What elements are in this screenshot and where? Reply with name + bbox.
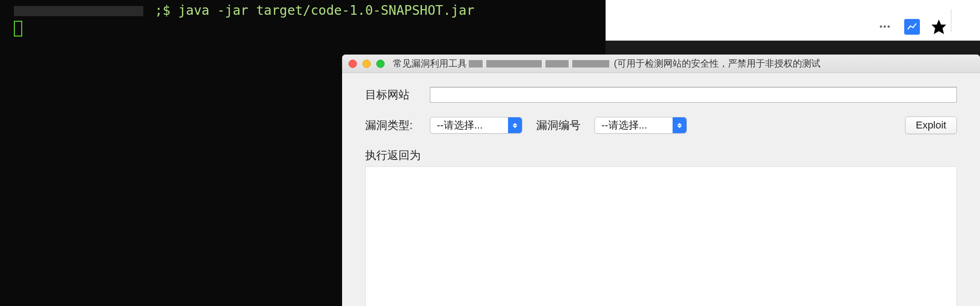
svg-marker-0 — [931, 19, 946, 34]
browser-toolbar-area — [606, 0, 980, 41]
target-label: 目标网站 — [365, 87, 416, 102]
extension-chart-icon[interactable] — [904, 19, 920, 35]
toolbar-divider — [951, 9, 951, 32]
window-title-suffix: (可用于检测网站的安全性，严禁用于非授权的测试 — [614, 57, 821, 70]
app-body: 目标网站 漏洞类型: --请选择... 漏洞编号 --请选择... Exploi… — [342, 73, 980, 306]
title-redact — [469, 60, 483, 67]
output-textarea[interactable] — [365, 166, 957, 306]
vuln-id-label: 漏洞编号 — [536, 118, 581, 133]
terminal-command: java -jar target/code-1.0-SNAPSHOT.jar — [178, 3, 474, 18]
close-icon[interactable] — [349, 60, 357, 68]
exploit-button[interactable]: Exploit — [905, 116, 957, 134]
vuln-type-selected: --请选择... — [430, 118, 508, 132]
app-window: 常见漏洞利用工具 (可用于检测网站的安全性，严禁用于非授权的测试 目标网站 漏洞… — [342, 55, 980, 306]
bookmark-star-icon[interactable] — [930, 18, 948, 36]
chevron-updown-icon — [673, 117, 686, 133]
vuln-id-selected: --请选择... — [595, 118, 673, 132]
vuln-id-select[interactable]: --请选择... — [594, 117, 687, 134]
library-icon[interactable] — [958, 18, 975, 36]
window-title-prefix: 常见漏洞利用工具 — [393, 57, 467, 70]
target-url-input[interactable] — [430, 87, 957, 103]
title-redact — [545, 60, 569, 67]
minimize-icon[interactable] — [362, 60, 371, 68]
title-redact — [572, 60, 609, 67]
traffic-lights — [349, 60, 385, 68]
options-row: 漏洞类型: --请选择... 漏洞编号 --请选择... Exploit — [365, 116, 957, 134]
chevron-updown-icon — [508, 117, 522, 133]
titlebar[interactable]: 常见漏洞利用工具 (可用于检测网站的安全性，严禁用于非授权的测试 — [342, 55, 980, 73]
zoom-icon[interactable] — [376, 60, 385, 68]
vuln-type-label: 漏洞类型: — [365, 118, 416, 133]
page-actions-icon[interactable] — [876, 18, 894, 36]
terminal-prompt: ;$ — [155, 3, 171, 18]
terminal-cursor — [14, 21, 22, 37]
title-redact — [486, 60, 542, 67]
output-label: 执行返回为 — [365, 148, 957, 163]
vuln-type-select[interactable]: --请选择... — [430, 117, 522, 134]
target-row: 目标网站 — [365, 87, 957, 103]
terminal-redacted-user — [14, 6, 143, 16]
